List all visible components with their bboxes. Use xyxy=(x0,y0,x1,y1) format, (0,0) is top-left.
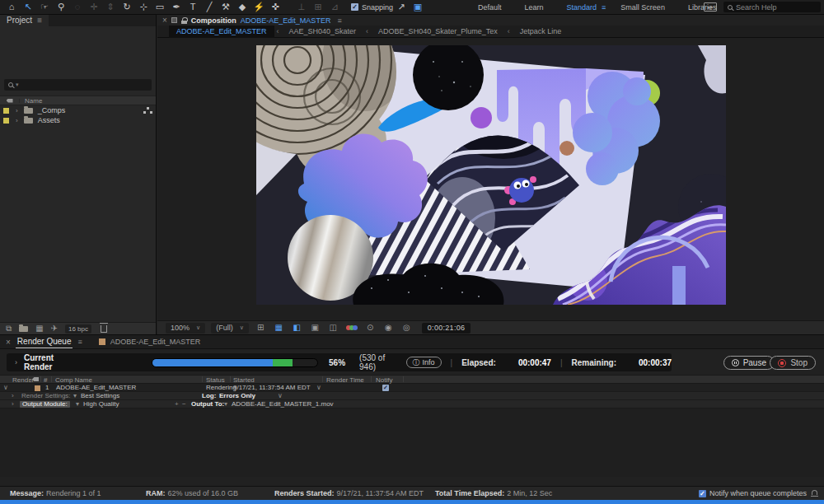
brush-tool-icon[interactable]: ╱ xyxy=(201,0,218,14)
zoom-tool-icon[interactable]: ⚲ xyxy=(53,0,69,14)
capture-region-icon[interactable]: ▣ xyxy=(410,0,426,14)
workspace-libraries[interactable]: Libraries xyxy=(677,3,728,12)
info-button[interactable]: ⓘ Info xyxy=(406,357,442,368)
snap-angle-icon[interactable]: ↗ xyxy=(393,0,410,14)
rotation-tool-icon[interactable]: ↻ xyxy=(119,0,135,14)
folder-name[interactable]: _Comps xyxy=(38,106,66,114)
choose-grid-icon[interactable]: ⊞ xyxy=(255,322,267,334)
project-settings-icon[interactable]: ✈ xyxy=(51,323,58,334)
new-folder-icon[interactable] xyxy=(19,326,28,332)
remove-output-icon[interactable]: − xyxy=(182,401,186,408)
project-row-comps[interactable]: › _Comps xyxy=(0,105,156,115)
home-icon[interactable]: ⌂ xyxy=(3,0,20,14)
col-status[interactable]: Status xyxy=(206,376,225,384)
viewer-tab[interactable]: AAE_SH040_Skater xyxy=(282,26,364,38)
tab-project[interactable]: Project ≡ xyxy=(0,15,49,26)
pen-tool-icon[interactable]: ✒ xyxy=(168,0,185,14)
popup-triangle-icon[interactable]: ▾ xyxy=(73,393,77,399)
col-render-time[interactable]: Render Time xyxy=(326,376,364,384)
show-channels-icon[interactable] xyxy=(345,325,358,330)
output-module-value[interactable]: High Quality xyxy=(83,401,119,408)
trash-icon[interactable] xyxy=(101,325,107,333)
close-icon[interactable]: × xyxy=(6,338,11,347)
tab-composition[interactable]: ADOBE-AE_Edit_MASTER xyxy=(99,338,201,346)
region-of-interest-icon[interactable]: ▣ xyxy=(309,322,321,334)
workspace-default[interactable]: Default xyxy=(466,3,513,12)
puppet-pin-tool-icon[interactable]: ✜ xyxy=(267,0,283,14)
chevron-down-icon[interactable]: ∨ xyxy=(316,385,321,391)
mask-visibility-icon[interactable]: ◧ xyxy=(291,322,303,334)
media-browser-icon[interactable]: ▸▸ xyxy=(704,2,717,12)
stop-button[interactable]: Stop xyxy=(770,356,816,370)
workspace-learn[interactable]: Learn xyxy=(513,3,555,12)
eraser-tool-icon[interactable]: ◆ xyxy=(234,0,250,14)
hand-tool-icon[interactable]: ☞ xyxy=(36,0,53,14)
bit-depth-button[interactable]: 16 bpc xyxy=(65,324,91,334)
selection-tool-icon[interactable]: ↖ xyxy=(20,0,36,14)
composition-panel-menu-icon[interactable]: ≡ xyxy=(337,16,341,25)
timecode-display[interactable]: 0:00:21:06 xyxy=(422,323,471,334)
snapping-checkbox[interactable]: ✓ xyxy=(351,3,358,11)
resolution-select[interactable]: (Full) ∨ xyxy=(211,323,249,334)
comp-swatch[interactable] xyxy=(35,385,40,391)
disclosure-icon[interactable]: › xyxy=(12,393,14,399)
new-composition-icon[interactable]: ▦ xyxy=(35,323,43,334)
interpret-footage-icon[interactable]: ⧉ xyxy=(6,323,12,334)
type-tool-icon[interactable]: T xyxy=(185,0,201,14)
viewer-tab-active[interactable]: ADOBE-AE_Edit_MASTER xyxy=(169,26,274,38)
notify-queue-toggle[interactable]: ✓ Notify when queue completes xyxy=(699,489,817,497)
pause-button[interactable]: Pause xyxy=(723,356,775,370)
snapping-toggle[interactable]: ✓ Snapping xyxy=(351,3,393,12)
col-comp-name[interactable]: Comp Name xyxy=(55,376,92,384)
workspace-standard[interactable]: Standard xyxy=(555,3,609,12)
label-swatch[interactable] xyxy=(3,118,9,124)
disclosure-icon[interactable]: › xyxy=(12,401,14,408)
pixel-aspect-icon[interactable]: ◫ xyxy=(327,322,339,334)
output-to-value[interactable]: ADOBE-AE_Edit_MASTER_1.mov xyxy=(232,401,334,408)
workspace-small-screen[interactable]: Small Screen xyxy=(609,3,677,12)
help-search[interactable] xyxy=(723,2,821,12)
composition-name[interactable]: ADOBE-AE_Edit_MASTER xyxy=(241,16,331,25)
rectangle-tool-icon[interactable]: ▭ xyxy=(152,0,168,14)
col-render[interactable]: Render xyxy=(12,376,34,384)
lock-icon[interactable] xyxy=(181,17,187,24)
log-value[interactable]: Errors Only xyxy=(219,393,255,399)
item-comp-name[interactable]: ADOBE-AE_Edit_MASTER xyxy=(56,385,136,391)
notify-checkbox[interactable]: ✓ xyxy=(382,385,389,391)
col-started[interactable]: Started xyxy=(233,376,255,384)
popup-triangle-icon[interactable]: ▾ xyxy=(76,401,79,408)
render-queue-menu-icon[interactable]: ≡ xyxy=(77,338,82,346)
workspace-menu-icon[interactable]: ≡ xyxy=(602,3,606,12)
clone-stamp-tool-icon[interactable]: ⚒ xyxy=(218,0,234,14)
twirl-icon[interactable]: › xyxy=(16,117,18,124)
project-search-field[interactable]: ▾ xyxy=(4,79,152,91)
composition-viewer[interactable] xyxy=(157,38,824,320)
tab-render-queue[interactable]: Render Queue xyxy=(16,336,73,348)
exposure-icon[interactable]: ⊙ xyxy=(364,322,377,334)
twirl-icon[interactable]: › xyxy=(16,107,18,114)
item-disclosure-icon[interactable]: ∨ xyxy=(3,385,8,391)
project-panel-menu-icon[interactable]: ≡ xyxy=(37,15,42,26)
snapshot-icon[interactable]: ◉ xyxy=(382,322,395,334)
notify-checkbox[interactable]: ✓ xyxy=(699,490,706,497)
project-row-assets[interactable]: › Assets xyxy=(0,115,156,125)
transparency-grid-icon[interactable]: ▦ xyxy=(273,322,285,334)
roto-brush-tool-icon[interactable]: ⚡ xyxy=(250,0,267,14)
folder-name[interactable]: Assets xyxy=(38,116,60,124)
disclosure-icon[interactable]: › xyxy=(15,358,17,366)
col-notify[interactable]: Notify xyxy=(376,376,392,384)
magnification-select[interactable]: 100% ∨ xyxy=(166,323,205,334)
pan-behind-tool-icon[interactable]: ⊹ xyxy=(135,0,152,14)
queue-item-row[interactable]: ∨ 1 ADOBE-AE_Edit_MASTER Rendering 9/17/… xyxy=(0,384,824,392)
chevron-down-icon[interactable]: ∨ xyxy=(278,393,283,399)
name-column-header[interactable]: Name xyxy=(20,97,42,105)
viewer-tab[interactable]: ADOBE_SH040_Skater_Plume_Tex xyxy=(371,26,505,38)
col-number[interactable]: # xyxy=(44,376,47,384)
popup-triangle-icon[interactable]: ▾ xyxy=(224,401,227,408)
label-swatch[interactable] xyxy=(3,108,9,114)
output-module-label[interactable]: Output Module: xyxy=(20,401,70,408)
close-icon[interactable]: × xyxy=(162,16,167,25)
search-help-input[interactable] xyxy=(736,3,810,12)
viewer-tab[interactable]: Jetpack Line xyxy=(513,26,569,38)
add-output-icon[interactable]: + xyxy=(175,401,179,408)
